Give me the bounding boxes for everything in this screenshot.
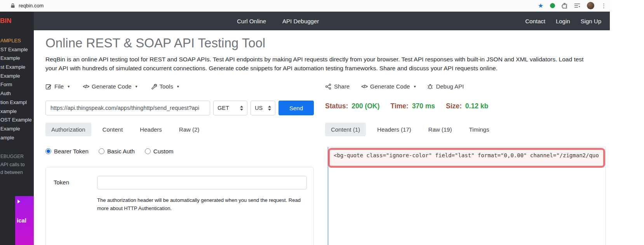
share-button[interactable]: Share bbox=[325, 83, 350, 90]
size-value: 0.12 kb bbox=[465, 102, 488, 110]
chevron-right-icon bbox=[17, 200, 20, 203]
region-value: US bbox=[255, 105, 263, 111]
radio-selected-icon bbox=[45, 148, 51, 154]
method-value: GET bbox=[218, 105, 229, 111]
profile-avatar[interactable] bbox=[587, 2, 594, 9]
code-icon: </> bbox=[83, 83, 89, 89]
generate-code-label: Generate Code bbox=[92, 83, 132, 90]
token-panel: Token The authorization header will be a… bbox=[45, 167, 314, 245]
token-input[interactable] bbox=[97, 176, 307, 189]
sidebar-item[interactable]: st Example bbox=[0, 63, 34, 72]
sidebar-item[interactable]: ST Example bbox=[0, 45, 34, 54]
generate-code-label: Generate Code bbox=[370, 83, 410, 90]
share-icon bbox=[325, 83, 331, 90]
chevron-down-icon: ▾ bbox=[177, 84, 179, 89]
radio-bearer-token[interactable]: Bearer Token bbox=[45, 148, 89, 155]
sidebar-item[interactable]: Example bbox=[0, 54, 34, 63]
tab-response-content[interactable]: Content (1) bbox=[325, 123, 366, 136]
promo-label: ical bbox=[17, 217, 26, 224]
sidebar-text-line: API calls to bbox=[0, 161, 34, 169]
sidebar-item[interactable]: ample bbox=[0, 134, 34, 142]
method-select[interactable]: GET bbox=[213, 101, 247, 115]
main-content: Online REST & SOAP API Testing Tool ReqB… bbox=[34, 30, 610, 245]
status-value: 200 (OK) bbox=[352, 102, 379, 110]
sidebar-text-line: d between bbox=[0, 169, 34, 176]
extensions-puzzle-icon[interactable] bbox=[562, 3, 567, 9]
chevron-down-icon: ▾ bbox=[414, 84, 416, 89]
nav-curl-online[interactable]: Curl Online bbox=[237, 18, 266, 24]
radio-icon bbox=[99, 148, 104, 154]
sidebar: BIN AMPLES ST Example Example st Example… bbox=[0, 12, 34, 245]
select-arrows-icon bbox=[268, 106, 271, 111]
request-toolbar: File ▾ </> Generate Code ▾ Tools ▾ bbox=[45, 83, 179, 90]
sidebar-item[interactable]: Auth bbox=[0, 89, 34, 98]
sidebar-item[interactable]: xample bbox=[0, 107, 34, 116]
response-tabs: Content (1) Headers (17) Raw (19) Timing… bbox=[325, 123, 495, 136]
share-label: Share bbox=[334, 83, 350, 90]
response-content-area[interactable]: <bg-quote class="ignore-color" field="la… bbox=[327, 147, 606, 245]
lock-icon bbox=[10, 3, 15, 8]
promo-banner[interactable]: ical bbox=[15, 196, 34, 245]
radio-basic-auth[interactable]: Basic Auth bbox=[99, 148, 135, 155]
tools-menu[interactable]: Tools ▾ bbox=[151, 83, 179, 90]
generate-code-menu-response[interactable]: </> Generate Code ▾ bbox=[361, 83, 416, 90]
radio-label: Custom bbox=[153, 148, 174, 155]
wrench-icon bbox=[151, 83, 157, 90]
tab-response-raw[interactable]: Raw (19) bbox=[423, 123, 458, 136]
tab-response-headers[interactable]: Headers (17) bbox=[371, 123, 417, 136]
tab-content[interactable]: Content bbox=[97, 123, 129, 136]
nav-login[interactable]: Login bbox=[556, 18, 570, 24]
tab-response-timings[interactable]: Timings bbox=[463, 123, 495, 136]
request-url-input[interactable] bbox=[45, 101, 210, 115]
region-select[interactable]: US bbox=[251, 101, 275, 115]
radio-label: Basic Auth bbox=[107, 148, 135, 155]
sidebar-item[interactable]: Form bbox=[0, 80, 34, 89]
debug-icon bbox=[427, 83, 433, 90]
token-help-text: The authorization header will be automat… bbox=[97, 196, 302, 212]
radio-custom[interactable]: Custom bbox=[145, 148, 174, 155]
response-status-row: Status: 200 (OK) Time: 370 ms Size: 0.12… bbox=[325, 102, 488, 110]
response-toolbar: Share </> Generate Code ▾ Debug API bbox=[325, 83, 464, 90]
radio-icon bbox=[145, 148, 151, 154]
request-url-row: GET US Send bbox=[45, 101, 314, 115]
select-arrows-icon bbox=[240, 106, 243, 111]
generate-code-menu[interactable]: </> Generate Code ▾ bbox=[83, 83, 137, 90]
response-content-line: <bg-quote class="ignore-color" field="la… bbox=[329, 147, 606, 158]
chevron-down-icon: ▾ bbox=[136, 84, 138, 89]
sidebar-section-debugger: EBUGGER bbox=[0, 152, 34, 161]
time-value: 370 ms bbox=[412, 102, 435, 110]
sidebar-item[interactable]: tion Exampl bbox=[0, 98, 34, 107]
debug-api-label: Debug API bbox=[436, 83, 464, 90]
sidebar-item[interactable]: Example bbox=[0, 125, 34, 134]
code-icon: </> bbox=[361, 83, 367, 89]
reading-list-icon[interactable] bbox=[574, 3, 580, 8]
sidebar-item[interactable]: OST Example bbox=[0, 116, 34, 125]
tab-headers[interactable]: Headers bbox=[134, 123, 168, 136]
top-navbar: Curl Online API Debugger Contact Login S… bbox=[34, 12, 610, 30]
tab-raw[interactable]: Raw (2) bbox=[173, 123, 205, 136]
auth-type-options: Bearer Token Basic Auth Custom bbox=[45, 148, 174, 155]
page-title: Online REST & SOAP API Testing Tool bbox=[45, 36, 265, 50]
bookmark-star-icon[interactable]: ★ bbox=[538, 3, 543, 9]
edit-file-icon bbox=[45, 83, 52, 90]
logo[interactable]: BIN bbox=[0, 12, 34, 30]
request-tabs: Authorization Content Headers Raw (2) bbox=[45, 123, 205, 136]
address-bar[interactable]: reqbin.com bbox=[19, 3, 44, 9]
file-menu[interactable]: File ▾ bbox=[45, 83, 70, 90]
browser-menu-icon[interactable]: ⋮ bbox=[601, 2, 607, 9]
send-button[interactable]: Send bbox=[278, 101, 314, 115]
nav-contact[interactable]: Contact bbox=[525, 18, 545, 24]
size-label: Size: bbox=[446, 102, 462, 110]
page-description: ReqBin is an online API testing tool for… bbox=[45, 55, 595, 73]
extension-green-icon[interactable] bbox=[550, 3, 555, 8]
nav-api-debugger[interactable]: API Debugger bbox=[282, 18, 319, 24]
tab-authorization[interactable]: Authorization bbox=[45, 123, 91, 136]
debug-api-button[interactable]: Debug API bbox=[427, 83, 464, 90]
token-label: Token bbox=[54, 179, 69, 186]
file-menu-label: File bbox=[54, 83, 64, 90]
sidebar-item[interactable]: Example bbox=[0, 72, 34, 81]
browser-chrome: reqbin.com ★ ⋮ bbox=[0, 0, 610, 12]
status-label: Status: bbox=[325, 102, 348, 110]
time-label: Time: bbox=[390, 102, 408, 110]
nav-signup[interactable]: Sign Up bbox=[581, 18, 601, 24]
